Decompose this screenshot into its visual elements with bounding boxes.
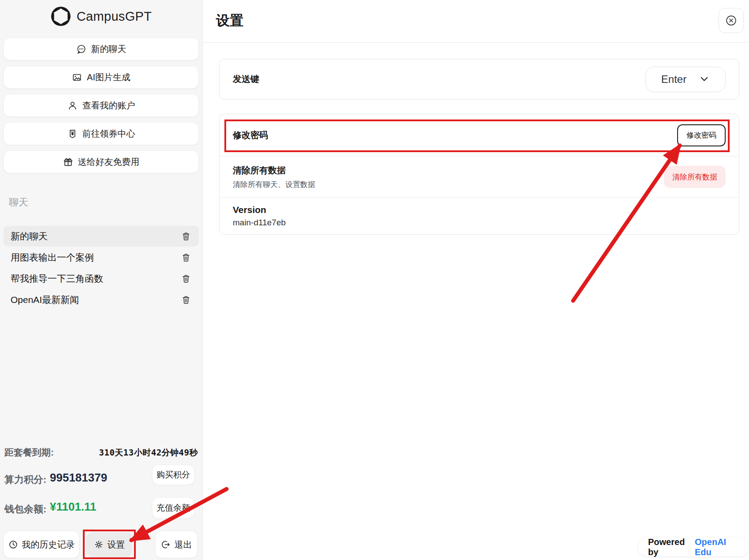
delete-chat-button[interactable]	[180, 252, 192, 263]
openai-logo-icon	[51, 6, 71, 26]
gear-icon	[94, 540, 104, 549]
change-password-label: 修改密码	[233, 129, 268, 141]
chat-title: 新的聊天	[11, 230, 48, 243]
plan-expiry-row: 距套餐到期: 310天13小时42分钟49秒	[4, 446, 198, 459]
chat-list-item[interactable]: 新的聊天	[4, 226, 199, 246]
settings-button[interactable]: 设置	[86, 532, 132, 557]
buy-points-button[interactable]: 购买积分	[152, 465, 194, 485]
menu-item-label: AI图片生成	[87, 71, 130, 83]
logout-button[interactable]: 退出	[155, 531, 197, 558]
chat-list-item[interactable]: 帮我推导一下三角函数	[4, 268, 199, 289]
chat-title: 用图表输出一个案例	[11, 251, 94, 264]
ai-image-button[interactable]: AI图片生成	[4, 66, 199, 89]
clear-data-row: 清除所有数据 清除所有聊天、设置数据 清除所有数据	[220, 157, 739, 197]
page-title: 设置	[216, 11, 243, 30]
menu-item-label: 新的聊天	[91, 43, 127, 55]
powered-by-text: Powered by	[648, 537, 692, 557]
version-value: main-d11e7eb	[233, 218, 726, 228]
sidebar: CampusGPT 新的聊天	[0, 0, 203, 560]
logout-icon	[161, 540, 171, 549]
user-icon	[67, 101, 78, 111]
chat-list-item[interactable]: 用图表输出一个案例	[4, 247, 199, 268]
gift-friends-button[interactable]: 送给好友免费用	[4, 150, 199, 173]
delete-chat-button[interactable]	[180, 273, 192, 284]
plan-expiry-label: 距套餐到期:	[4, 446, 54, 459]
settings-panel: 设置 发送键 Enter 修改密码 修改密码 清除所	[203, 0, 749, 560]
trash-icon	[181, 231, 191, 241]
trash-icon	[181, 295, 191, 305]
plan-expiry-countdown: 310天13小时42分钟49秒	[99, 447, 198, 459]
close-settings-button[interactable]	[719, 8, 744, 33]
sidebar-menu: 新的聊天 AI图片生成 查看我的账户	[4, 37, 199, 173]
coupon-center-button[interactable]: 前往领券中心	[4, 122, 199, 145]
version-title: Version	[233, 205, 726, 215]
openai-edu-link[interactable]: OpenAI Edu	[695, 537, 739, 557]
recharge-balance-button[interactable]: 充值余额	[152, 497, 194, 519]
clear-data-subtitle: 清除所有聊天、设置数据	[233, 179, 315, 190]
send-key-label: 发送键	[233, 73, 259, 85]
app-logo: CampusGPT	[0, 4, 202, 29]
chat-list: 新的聊天 用图表输出一个案例	[4, 226, 199, 310]
clear-data-button[interactable]: 清除所有数据	[664, 166, 726, 188]
menu-item-label: 送给好友免费用	[78, 156, 140, 168]
settings-card: 修改密码 修改密码 清除所有数据 清除所有聊天、设置数据 清除所有数据 Vers…	[219, 114, 739, 235]
app-title: CampusGPT	[77, 9, 152, 24]
clear-data-title: 清除所有数据	[233, 164, 315, 176]
history-button[interactable]: 我的历史记录	[4, 531, 79, 558]
trash-icon	[181, 274, 191, 284]
close-circle-icon	[725, 15, 737, 26]
version-row: Version main-d11e7eb	[220, 198, 739, 235]
change-password-row: 修改密码 修改密码	[220, 114, 739, 156]
powered-by-badge: Powered by OpenAI Edu	[638, 538, 749, 556]
chat-title: OpenAI最新新闻	[11, 294, 79, 306]
wallet-balance-value: ¥1101.11	[50, 500, 97, 514]
my-account-button[interactable]: 查看我的账户	[4, 94, 199, 117]
wallet-balance-label: 钱包余额:	[4, 503, 46, 516]
settings-button-label: 设置	[108, 539, 125, 551]
coupon-icon	[67, 129, 78, 139]
chat-list-item[interactable]: OpenAI最新新闻	[4, 289, 199, 310]
menu-item-label: 前往领券中心	[82, 128, 135, 140]
points-value: 995181379	[50, 471, 107, 485]
gift-icon	[63, 157, 73, 167]
header-divider	[203, 42, 749, 43]
menu-item-label: 查看我的账户	[82, 100, 135, 112]
image-icon	[72, 72, 82, 82]
delete-chat-button[interactable]	[180, 231, 192, 242]
change-password-button[interactable]: 修改密码	[677, 124, 726, 146]
chat-bubble-icon	[76, 44, 86, 54]
delete-chat-button[interactable]	[180, 294, 192, 306]
logout-button-label: 退出	[175, 539, 192, 551]
history-button-label: 我的历史记录	[22, 539, 75, 551]
new-chat-button[interactable]: 新的聊天	[4, 37, 199, 60]
trash-icon	[181, 253, 191, 262]
send-key-card: 发送键 Enter	[219, 59, 739, 100]
chat-title: 帮我推导一下三角函数	[11, 273, 103, 285]
chats-section-label: 聊天	[9, 196, 28, 209]
send-key-value: Enter	[661, 73, 686, 86]
send-key-select[interactable]: Enter	[645, 67, 726, 92]
history-clock-icon	[8, 540, 18, 549]
points-label: 算力积分:	[4, 473, 46, 486]
chevron-down-icon	[699, 74, 710, 85]
